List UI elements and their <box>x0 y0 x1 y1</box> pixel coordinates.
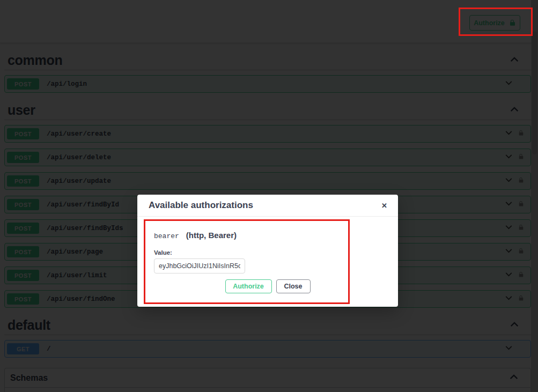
auth-scheme-type: (http, Bearer) <box>186 231 237 240</box>
modal-buttons: Authorize Close <box>154 279 381 293</box>
auth-scheme-name: bearer <box>154 232 179 240</box>
token-input[interactable] <box>154 258 245 273</box>
authorizations-modal: Available authorizations ✕ bearer (http,… <box>137 195 398 307</box>
auth-scheme-line: bearer (http, Bearer) <box>154 231 381 240</box>
modal-close-button[interactable]: Close <box>276 279 311 293</box>
close-icon[interactable]: ✕ <box>379 200 389 211</box>
modal-authorize-button[interactable]: Authorize <box>225 279 272 293</box>
swagger-ui-page: Authorize common POST /api/login user <box>0 0 538 392</box>
modal-title: Available authorizations <box>149 200 379 211</box>
auth-container: bearer (http, Bearer) Value: Authorize C… <box>137 217 398 293</box>
modal-header: Available authorizations ✕ <box>137 195 398 217</box>
value-label: Value: <box>154 249 381 256</box>
